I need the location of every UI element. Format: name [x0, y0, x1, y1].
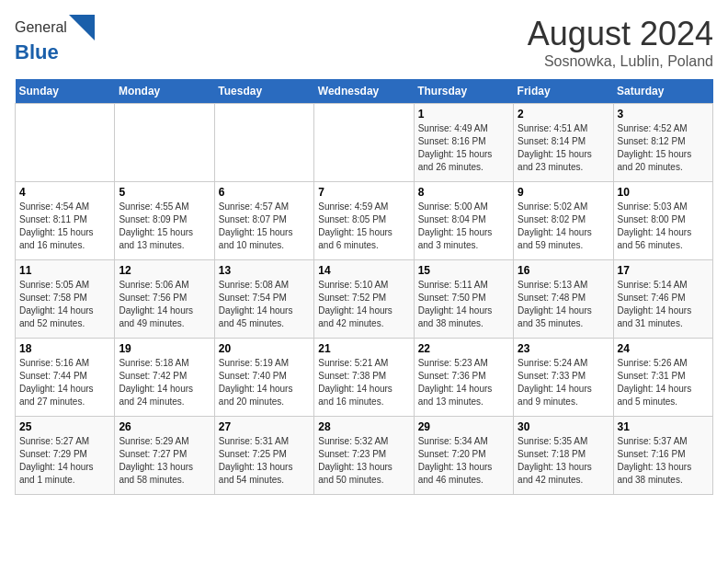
- calendar-header-row: Sunday Monday Tuesday Wednesday Thursday…: [16, 79, 713, 104]
- page-subtitle: Sosnowka, Lublin, Poland: [528, 53, 713, 70]
- table-row: 21Sunrise: 5:21 AM Sunset: 7:38 PM Dayli…: [314, 339, 414, 417]
- day-number: 19: [119, 342, 210, 355]
- day-info: Sunrise: 5:13 AM Sunset: 7:48 PM Dayligh…: [518, 279, 609, 330]
- day-number: 11: [19, 264, 110, 277]
- calendar-week-row: 18Sunrise: 5:16 AM Sunset: 7:44 PM Dayli…: [16, 339, 713, 417]
- table-row: 18Sunrise: 5:16 AM Sunset: 7:44 PM Dayli…: [16, 339, 115, 417]
- table-row: 26Sunrise: 5:29 AM Sunset: 7:27 PM Dayli…: [115, 417, 214, 495]
- table-row: 12Sunrise: 5:06 AM Sunset: 7:56 PM Dayli…: [115, 260, 214, 339]
- day-info: Sunrise: 5:05 AM Sunset: 7:58 PM Dayligh…: [19, 279, 110, 330]
- day-info: Sunrise: 5:35 AM Sunset: 7:18 PM Dayligh…: [518, 435, 609, 487]
- table-row: 9Sunrise: 5:02 AM Sunset: 8:02 PM Daylig…: [514, 182, 613, 260]
- table-row: [16, 104, 115, 182]
- calendar-table: Sunday Monday Tuesday Wednesday Thursday…: [15, 79, 713, 495]
- table-row: 17Sunrise: 5:14 AM Sunset: 7:46 PM Dayli…: [613, 260, 712, 339]
- header-friday: Friday: [514, 79, 613, 104]
- table-row: 13Sunrise: 5:08 AM Sunset: 7:54 PM Dayli…: [214, 260, 313, 339]
- page-title: August 2024: [528, 15, 713, 53]
- day-number: 1: [418, 108, 509, 121]
- header-monday: Monday: [115, 79, 214, 104]
- day-number: 25: [19, 420, 110, 433]
- table-row: 23Sunrise: 5:24 AM Sunset: 7:33 PM Dayli…: [514, 339, 613, 417]
- day-info: Sunrise: 5:18 AM Sunset: 7:42 PM Dayligh…: [119, 357, 210, 408]
- table-row: 20Sunrise: 5:19 AM Sunset: 7:40 PM Dayli…: [214, 339, 313, 417]
- day-info: Sunrise: 5:02 AM Sunset: 8:02 PM Dayligh…: [518, 201, 609, 252]
- day-number: 16: [518, 264, 609, 277]
- logo-icon: [69, 15, 95, 40]
- day-number: 18: [19, 342, 110, 355]
- day-number: 2: [518, 108, 609, 121]
- table-row: 7Sunrise: 4:59 AM Sunset: 8:05 PM Daylig…: [314, 182, 414, 260]
- logo-blue-text: Blue: [15, 40, 95, 64]
- table-row: 27Sunrise: 5:31 AM Sunset: 7:25 PM Dayli…: [214, 417, 313, 495]
- day-number: 21: [318, 342, 409, 355]
- day-number: 31: [618, 420, 709, 433]
- day-info: Sunrise: 5:34 AM Sunset: 7:20 PM Dayligh…: [418, 435, 509, 487]
- table-row: 10Sunrise: 5:03 AM Sunset: 8:00 PM Dayli…: [613, 182, 712, 260]
- day-info: Sunrise: 5:10 AM Sunset: 7:52 PM Dayligh…: [318, 279, 409, 330]
- day-number: 22: [418, 342, 509, 355]
- title-block: August 2024 Sosnowka, Lublin, Poland: [528, 15, 713, 70]
- day-info: Sunrise: 5:14 AM Sunset: 7:46 PM Dayligh…: [618, 279, 709, 330]
- calendar-week-row: 4Sunrise: 4:54 AM Sunset: 8:11 PM Daylig…: [16, 182, 713, 260]
- day-number: 10: [618, 186, 709, 199]
- table-row: 4Sunrise: 4:54 AM Sunset: 8:11 PM Daylig…: [16, 182, 115, 260]
- table-row: 11Sunrise: 5:05 AM Sunset: 7:58 PM Dayli…: [16, 260, 115, 339]
- day-info: Sunrise: 5:03 AM Sunset: 8:00 PM Dayligh…: [618, 201, 709, 252]
- day-info: Sunrise: 5:32 AM Sunset: 7:23 PM Dayligh…: [318, 435, 409, 487]
- table-row: 2Sunrise: 4:51 AM Sunset: 8:14 PM Daylig…: [514, 104, 613, 182]
- header-saturday: Saturday: [613, 79, 712, 104]
- day-info: Sunrise: 5:24 AM Sunset: 7:33 PM Dayligh…: [518, 357, 609, 408]
- table-row: 5Sunrise: 4:55 AM Sunset: 8:09 PM Daylig…: [115, 182, 214, 260]
- day-info: Sunrise: 5:23 AM Sunset: 7:36 PM Dayligh…: [418, 357, 509, 408]
- day-number: 29: [418, 420, 509, 433]
- table-row: 14Sunrise: 5:10 AM Sunset: 7:52 PM Dayli…: [314, 260, 414, 339]
- day-number: 12: [119, 264, 210, 277]
- table-row: 3Sunrise: 4:52 AM Sunset: 8:12 PM Daylig…: [613, 104, 712, 182]
- day-info: Sunrise: 5:06 AM Sunset: 7:56 PM Dayligh…: [119, 279, 210, 330]
- table-row: 15Sunrise: 5:11 AM Sunset: 7:50 PM Dayli…: [414, 260, 513, 339]
- table-row: 1Sunrise: 4:49 AM Sunset: 8:16 PM Daylig…: [414, 104, 513, 182]
- day-number: 30: [518, 420, 609, 433]
- table-row: 30Sunrise: 5:35 AM Sunset: 7:18 PM Dayli…: [514, 417, 613, 495]
- table-row: 16Sunrise: 5:13 AM Sunset: 7:48 PM Dayli…: [514, 260, 613, 339]
- day-number: 4: [19, 186, 110, 199]
- day-info: Sunrise: 4:55 AM Sunset: 8:09 PM Dayligh…: [119, 201, 210, 252]
- day-info: Sunrise: 4:54 AM Sunset: 8:11 PM Dayligh…: [19, 201, 110, 252]
- table-row: [314, 104, 414, 182]
- table-row: 31Sunrise: 5:37 AM Sunset: 7:16 PM Dayli…: [613, 417, 712, 495]
- day-number: 3: [618, 108, 709, 121]
- day-number: 5: [119, 186, 210, 199]
- table-row: 6Sunrise: 4:57 AM Sunset: 8:07 PM Daylig…: [214, 182, 313, 260]
- table-row: 25Sunrise: 5:27 AM Sunset: 7:29 PM Dayli…: [16, 417, 115, 495]
- day-info: Sunrise: 4:57 AM Sunset: 8:07 PM Dayligh…: [219, 201, 310, 252]
- header-tuesday: Tuesday: [214, 79, 313, 104]
- day-number: 20: [219, 342, 310, 355]
- header-thursday: Thursday: [414, 79, 513, 104]
- day-info: Sunrise: 5:29 AM Sunset: 7:27 PM Dayligh…: [119, 435, 210, 487]
- logo: General Blue: [15, 15, 95, 64]
- day-info: Sunrise: 5:11 AM Sunset: 7:50 PM Dayligh…: [418, 279, 509, 330]
- calendar-week-row: 1Sunrise: 4:49 AM Sunset: 8:16 PM Daylig…: [16, 104, 713, 182]
- day-number: 13: [219, 264, 310, 277]
- day-info: Sunrise: 4:51 AM Sunset: 8:14 PM Dayligh…: [518, 122, 609, 174]
- day-number: 28: [318, 420, 409, 433]
- day-number: 26: [119, 420, 210, 433]
- svg-marker-0: [69, 15, 95, 40]
- table-row: 22Sunrise: 5:23 AM Sunset: 7:36 PM Dayli…: [414, 339, 513, 417]
- table-row: 24Sunrise: 5:26 AM Sunset: 7:31 PM Dayli…: [613, 339, 712, 417]
- day-number: 7: [318, 186, 409, 199]
- page-header: General Blue August 2024 Sosnowka, Lubli…: [15, 15, 713, 70]
- table-row: 19Sunrise: 5:18 AM Sunset: 7:42 PM Dayli…: [115, 339, 214, 417]
- header-wednesday: Wednesday: [314, 79, 414, 104]
- day-info: Sunrise: 5:27 AM Sunset: 7:29 PM Dayligh…: [19, 435, 110, 487]
- day-number: 14: [318, 264, 409, 277]
- table-row: [115, 104, 214, 182]
- table-row: 28Sunrise: 5:32 AM Sunset: 7:23 PM Dayli…: [314, 417, 414, 495]
- day-info: Sunrise: 4:49 AM Sunset: 8:16 PM Dayligh…: [418, 122, 509, 174]
- calendar-week-row: 25Sunrise: 5:27 AM Sunset: 7:29 PM Dayli…: [16, 417, 713, 495]
- calendar-week-row: 11Sunrise: 5:05 AM Sunset: 7:58 PM Dayli…: [16, 260, 713, 339]
- day-number: 17: [618, 264, 709, 277]
- day-info: Sunrise: 4:52 AM Sunset: 8:12 PM Dayligh…: [618, 122, 709, 174]
- header-sunday: Sunday: [16, 79, 115, 104]
